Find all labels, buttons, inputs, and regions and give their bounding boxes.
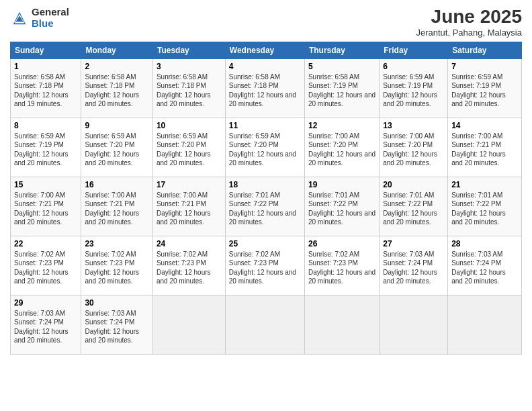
calendar-cell: 17Sunrise: 7:00 AMSunset: 7:21 PMDayligh… [152,177,225,236]
day-info: Sunrise: 6:58 AMSunset: 7:18 PMDaylight:… [14,73,77,109]
day-number: 26 [308,239,375,248]
calendar-cell: 26Sunrise: 7:02 AMSunset: 7:23 PMDayligh… [304,236,379,295]
calendar-cell [448,295,522,354]
day-number: 15 [14,180,77,189]
day-number: 3 [157,62,222,71]
calendar-cell: 29Sunrise: 7:03 AMSunset: 7:24 PMDayligh… [11,295,81,354]
header: General Blue June 2025 Jerantut, Pahang,… [10,7,522,38]
calendar-cell [225,295,304,354]
week-row-4: 22Sunrise: 7:02 AMSunset: 7:23 PMDayligh… [11,236,522,295]
calendar-cell: 28Sunrise: 7:03 AMSunset: 7:24 PMDayligh… [448,236,522,295]
day-info: Sunrise: 6:58 AMSunset: 7:18 PMDaylight:… [157,73,222,109]
calendar-cell: 5Sunrise: 6:58 AMSunset: 7:19 PMDaylight… [304,58,379,118]
day-info: Sunrise: 7:01 AMSunset: 7:22 PMDaylight:… [383,191,444,227]
day-number: 16 [85,180,149,189]
day-number: 20 [383,180,444,189]
calendar-cell: 21Sunrise: 7:01 AMSunset: 7:22 PMDayligh… [448,177,522,236]
calendar-cell: 20Sunrise: 7:01 AMSunset: 7:22 PMDayligh… [380,177,448,236]
header-wednesday: Wednesday [225,42,304,58]
calendar-cell: 23Sunrise: 7:02 AMSunset: 7:23 PMDayligh… [81,236,153,295]
day-number: 10 [157,121,222,130]
day-info: Sunrise: 6:59 AMSunset: 7:20 PMDaylight:… [85,132,149,168]
day-number: 17 [157,180,222,189]
calendar-table: SundayMondayTuesdayWednesdayThursdayFrid… [10,42,522,355]
day-info: Sunrise: 7:01 AMSunset: 7:22 PMDaylight:… [229,191,301,227]
day-number: 22 [14,239,77,248]
day-info: Sunrise: 7:02 AMSunset: 7:23 PMDaylight:… [157,250,222,286]
day-info: Sunrise: 7:00 AMSunset: 7:21 PMDaylight:… [14,191,77,227]
day-info: Sunrise: 7:03 AMSunset: 7:24 PMDaylight:… [14,309,77,345]
header-friday: Friday [380,42,448,58]
day-info: Sunrise: 7:00 AMSunset: 7:20 PMDaylight:… [383,132,444,168]
day-number: 30 [85,298,149,308]
calendar-cell: 6Sunrise: 6:59 AMSunset: 7:19 PMDaylight… [380,58,448,118]
calendar-cell: 30Sunrise: 7:03 AMSunset: 7:24 PMDayligh… [81,295,153,354]
day-info: Sunrise: 7:00 AMSunset: 7:20 PMDaylight:… [308,132,375,168]
day-number: 8 [14,121,77,130]
logo: General Blue [10,7,69,29]
week-row-1: 1Sunrise: 6:58 AMSunset: 7:18 PMDaylight… [11,58,522,118]
calendar-cell: 7Sunrise: 6:59 AMSunset: 7:19 PMDaylight… [448,58,522,118]
calendar-cell: 2Sunrise: 6:58 AMSunset: 7:18 PMDaylight… [81,58,153,118]
day-info: Sunrise: 7:01 AMSunset: 7:22 PMDaylight:… [451,191,518,227]
day-number: 18 [229,180,301,189]
calendar-cell: 9Sunrise: 6:59 AMSunset: 7:20 PMDaylight… [81,118,153,177]
calendar-cell: 11Sunrise: 6:59 AMSunset: 7:20 PMDayligh… [225,118,304,177]
week-row-2: 8Sunrise: 6:59 AMSunset: 7:19 PMDaylight… [11,118,522,177]
day-info: Sunrise: 7:00 AMSunset: 7:21 PMDaylight:… [451,132,518,168]
day-info: Sunrise: 7:03 AMSunset: 7:24 PMDaylight:… [451,250,518,286]
day-number: 14 [451,121,518,130]
day-number: 27 [383,239,444,248]
calendar-cell: 18Sunrise: 7:01 AMSunset: 7:22 PMDayligh… [225,177,304,236]
day-number: 13 [383,121,444,130]
day-info: Sunrise: 6:59 AMSunset: 7:19 PMDaylight:… [383,73,444,109]
day-info: Sunrise: 6:59 AMSunset: 7:20 PMDaylight:… [157,132,222,168]
logo-text: General Blue [32,7,69,29]
day-number: 2 [85,62,149,71]
day-info: Sunrise: 7:02 AMSunset: 7:23 PMDaylight:… [308,250,375,286]
header-saturday: Saturday [448,42,522,58]
calendar-cell: 19Sunrise: 7:01 AMSunset: 7:22 PMDayligh… [304,177,379,236]
day-number: 12 [308,121,375,130]
calendar-cell: 8Sunrise: 6:59 AMSunset: 7:19 PMDaylight… [11,118,81,177]
day-info: Sunrise: 6:59 AMSunset: 7:20 PMDaylight:… [229,132,301,168]
calendar-cell: 14Sunrise: 7:00 AMSunset: 7:21 PMDayligh… [448,118,522,177]
header-monday: Monday [81,42,153,58]
day-number: 28 [451,239,518,248]
title-block: June 2025 Jerantut, Pahang, Malaysia [416,7,522,38]
day-info: Sunrise: 7:01 AMSunset: 7:22 PMDaylight:… [308,191,375,227]
calendar-cell: 13Sunrise: 7:00 AMSunset: 7:20 PMDayligh… [380,118,448,177]
day-number: 1 [14,62,77,71]
day-number: 4 [229,62,301,71]
day-info: Sunrise: 6:59 AMSunset: 7:19 PMDaylight:… [451,73,518,109]
location: Jerantut, Pahang, Malaysia [416,28,522,38]
day-number: 21 [451,180,518,189]
calendar-cell: 3Sunrise: 6:58 AMSunset: 7:18 PMDaylight… [152,58,225,118]
calendar-cell [304,295,379,354]
day-info: Sunrise: 7:02 AMSunset: 7:23 PMDaylight:… [85,250,149,286]
calendar-cell: 12Sunrise: 7:00 AMSunset: 7:20 PMDayligh… [304,118,379,177]
day-number: 19 [308,180,375,189]
day-info: Sunrise: 6:58 AMSunset: 7:19 PMDaylight:… [308,73,375,109]
calendar-container: General Blue June 2025 Jerantut, Pahang,… [0,0,532,361]
calendar-cell: 4Sunrise: 6:58 AMSunset: 7:18 PMDaylight… [225,58,304,118]
day-number: 29 [14,298,77,308]
logo-icon [10,9,29,28]
day-number: 25 [229,239,301,248]
calendar-cell: 27Sunrise: 7:03 AMSunset: 7:24 PMDayligh… [380,236,448,295]
logo-blue-text: Blue [32,18,69,30]
day-number: 7 [451,62,518,71]
week-row-5: 29Sunrise: 7:03 AMSunset: 7:24 PMDayligh… [11,295,522,354]
day-info: Sunrise: 6:58 AMSunset: 7:18 PMDaylight:… [85,73,149,109]
calendar-cell: 1Sunrise: 6:58 AMSunset: 7:18 PMDaylight… [11,58,81,118]
calendar-cell [380,295,448,354]
header-thursday: Thursday [304,42,379,58]
day-info: Sunrise: 7:02 AMSunset: 7:23 PMDaylight:… [229,250,301,286]
header-sunday: Sunday [11,42,81,58]
week-row-3: 15Sunrise: 7:00 AMSunset: 7:21 PMDayligh… [11,177,522,236]
calendar-cell [152,295,225,354]
day-number: 6 [383,62,444,71]
calendar-cell: 10Sunrise: 6:59 AMSunset: 7:20 PMDayligh… [152,118,225,177]
day-number: 9 [85,121,149,130]
month-title: June 2025 [416,7,522,28]
